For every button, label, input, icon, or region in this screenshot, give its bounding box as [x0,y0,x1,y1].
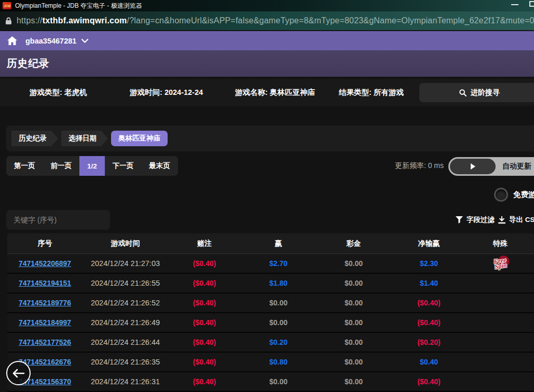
advanced-search-button[interactable]: 进阶搜寻 [419,83,534,102]
special-cell [467,333,534,352]
account-name[interactable]: gbaa35467281 [25,37,76,45]
chevron-down-icon[interactable] [81,39,88,43]
header-serial: 序号 [7,233,83,254]
breadcrumb-game-name: 奥林匹亚神庙 [111,131,168,146]
header-special: 特殊 [467,233,534,254]
bet-value: ($0.40) [168,372,241,391]
bet-value: ($0.40) [168,254,241,273]
special-cell [467,313,534,332]
jackpot-value: $0.00 [316,274,391,292]
filter-result-type[interactable]: 结果类型: 所有游戏 [339,79,404,106]
win-value: $1.80 [241,274,316,292]
prev-page-button[interactable]: 前一页 [43,156,80,176]
special-cell: FreeSpin [467,254,534,273]
first-page-button[interactable]: 第一页 [6,156,43,176]
play-button[interactable] [450,159,496,174]
browser-window: JDB OlympianTemple - JDB 夺宝电子 - 极速浏览器 ht… [0,0,534,392]
filter-game-date[interactable]: 游戏时间: 2024-12-24 [130,79,203,106]
header-win: 赢 [241,233,316,254]
table-row: 7471452206897 2024/12/24 21:27:03 ($0.40… [7,254,534,274]
home-icon[interactable] [7,36,17,45]
serial-link[interactable]: 7471452177526 [19,338,71,346]
breadcrumb-history[interactable]: 历史纪录 [11,131,58,146]
breadcrumb: 历史纪录 选择日期 奥林匹亚神庙 [6,125,534,151]
win-value: $0.00 [241,372,316,391]
filter-game-name[interactable]: 游戏名称: 奥林匹亚神庙 [235,79,315,106]
field-filter-label: 字段过滤 [467,215,495,225]
auto-refresh-label: 自动更新 [502,157,531,176]
table-row: 7471452156370 2024/12/24 21:26:31 ($0.40… [7,372,534,392]
bet-value: ($0.40) [168,333,241,352]
win-value: $0.00 [241,293,316,312]
window-title: OlympianTemple - JDB 夺宝电子 - 极速浏览器 [15,2,142,10]
net-value: $1.40 [391,274,467,292]
address-bar[interactable]: https://txthbf.awimqwri.com/?lang=cn&hom… [0,11,534,30]
win-value: $2.70 [241,254,316,273]
free-spin-filter: 免费游戏 [494,188,534,202]
jackpot-value: $0.00 [316,333,391,352]
special-cell [467,293,534,312]
advanced-search-label: 进阶搜寻 [471,88,500,97]
next-page-button[interactable]: 下一页 [105,156,142,176]
free-spin-radio[interactable] [494,188,508,202]
funnel-icon [456,216,463,223]
net-value: ($0.40) [391,293,467,312]
arrow-left-icon [12,369,25,378]
table-row: 7471452184997 2024/12/24 21:26:49 ($0.40… [7,313,534,333]
game-time: 2024/12/24 21:26:31 [83,372,168,391]
net-value: ($0.40) [391,313,467,332]
header-jackpot: 彩金 [316,233,391,254]
jackpot-value: $0.00 [316,293,391,312]
net-value: $0.40 [391,353,467,371]
win-value: $0.20 [241,333,316,352]
game-time: 2024/12/24 21:26:55 [83,274,168,292]
table-body: 7471452206897 2024/12/24 21:27:03 ($0.40… [7,254,534,392]
win-value: $0.80 [241,353,316,371]
download-icon [498,216,505,224]
top-navbar: gbaa35467281 [0,31,534,50]
game-time: 2024/12/24 21:26:49 [83,313,168,332]
free-spin-label: 免费游戏 [513,190,534,200]
special-cell [467,274,534,292]
export-csv-label: 导出 CSV [509,215,534,225]
bet-value: ($0.40) [168,353,241,371]
auto-refresh-toggle[interactable]: 自动更新 [448,157,534,176]
last-page-button[interactable]: 最末页 [141,156,178,176]
game-time: 2024/12/24 21:26:35 [83,353,168,371]
jackpot-value: $0.00 [316,353,391,371]
free-spin-badge: FreeSpin [493,257,507,270]
serial-link[interactable]: 7471452184997 [19,318,71,327]
table-row: 7471452194151 2024/12/24 21:26:55 ($0.40… [7,274,534,293]
bet-value: ($0.40) [168,274,241,292]
net-value: ($0.40) [391,372,467,391]
pagination: 第一页 前一页 1/2 下一页 最末页 [6,156,178,176]
special-cell [467,372,534,391]
back-button[interactable] [6,361,31,385]
table-row: 7471452177526 2024/12/24 21:26:44 ($0.40… [7,333,534,353]
jackpot-value: $0.00 [316,254,391,273]
field-filter-button[interactable]: 字段过滤 [456,210,495,230]
export-csv-button[interactable]: 导出 CSV [498,210,534,230]
search-icon [459,89,467,96]
table-row: 7471452162676 2024/12/24 21:26:35 ($0.40… [7,353,534,372]
breadcrumb-select-date[interactable]: 选择日期 [61,131,108,146]
serial-link[interactable]: 7471452206897 [19,259,71,268]
header-bet: 赌注 [168,233,241,254]
serial-link[interactable]: 7471452194151 [19,279,71,287]
win-value: $0.00 [241,313,316,332]
serial-link[interactable]: 7471452189776 [19,299,71,307]
page-title: 历史纪录 [7,57,49,71]
current-page-indicator: 1/2 [79,156,105,176]
bet-value: ($0.40) [168,293,241,312]
filter-game-type[interactable]: 游戏类型: 老虎机 [30,79,87,106]
table-row: 7471452189776 2024/12/24 21:26:52 ($0.40… [7,293,534,313]
maximize-button[interactable] [529,1,534,7]
jdb-favicon-icon: JDB [3,2,11,9]
url-text[interactable]: https://txthbf.awimqwri.com/?lang=cn&hom… [17,16,534,25]
filter-summary-bar: 游戏类型: 老虎机 游戏时间: 2024-12-24 游戏名称: 奥林匹亚神庙 … [0,79,534,106]
page-header: 历史纪录 [0,50,534,77]
refresh-rate-label: 更新频率: 0 ms [396,156,444,176]
jackpot-value: $0.00 [316,372,391,391]
search-input[interactable] [6,210,110,230]
window-titlebar: JDB OlympianTemple - JDB 夺宝电子 - 极速浏览器 [0,0,534,11]
